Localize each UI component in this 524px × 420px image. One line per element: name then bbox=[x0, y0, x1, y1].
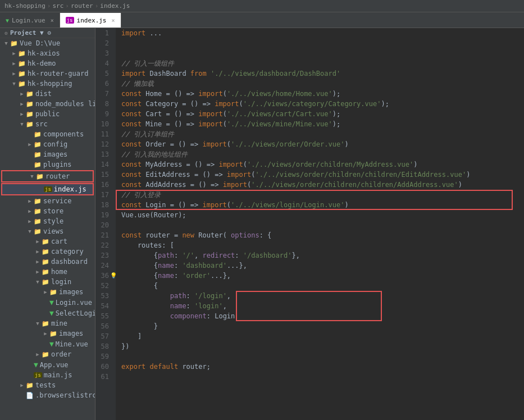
sidebar-item-label: App.vue bbox=[40, 361, 69, 369]
sidebar-item-hk-router-guard[interactable]: ▶ 📁 hk-router-guard bbox=[0, 69, 95, 79]
sidebar-item-category[interactable]: ▶ 📁 category bbox=[0, 246, 95, 257]
sidebar-item-components[interactable]: 📁 components bbox=[0, 129, 95, 139]
code-token: ) bbox=[344, 200, 348, 210]
sidebar-item-login-vue[interactable]: ▼ Login.vue bbox=[0, 297, 95, 308]
sidebar-item-order[interactable]: ▶ 📁 order bbox=[0, 349, 95, 359]
code-token: : bbox=[235, 250, 243, 261]
sidebar-item-public[interactable]: ▶ 📁 public bbox=[0, 109, 95, 119]
code-token: ); bbox=[332, 109, 340, 119]
arrow-icon: ▶ bbox=[10, 71, 18, 76]
tab-close-icon[interactable]: × bbox=[112, 17, 115, 24]
sidebar-item-dist[interactable]: ▶ 📁 dist bbox=[0, 89, 95, 99]
sidebar-item-index-js[interactable]: js index.js bbox=[1, 183, 94, 195]
breadcrumb-sep: › bbox=[65, 2, 69, 10]
line-number: 17 bbox=[95, 190, 112, 200]
tab-index-js[interactable]: js index.js × bbox=[60, 13, 121, 28]
code-token: // 引入一级组件 bbox=[121, 58, 174, 69]
sidebar-item-style[interactable]: ▶ 📁 style bbox=[0, 216, 95, 226]
gutter-icon: 💡 bbox=[110, 271, 117, 281]
sidebar-item-hk-axios[interactable]: ▶ 📁 hk-axios bbox=[0, 48, 95, 58]
sidebar-item-dashboard[interactable]: ▶ 📁 dashboard bbox=[0, 257, 95, 267]
sidebar-item-service[interactable]: ▶ 📁 service bbox=[0, 196, 95, 206]
code-token: { bbox=[121, 261, 158, 271]
js-file-icon: js bbox=[44, 186, 52, 192]
code-line: import ... bbox=[121, 28, 524, 38]
code-line: const Category = () => import('./../view… bbox=[121, 99, 524, 109]
sidebar-item-selectlogin[interactable]: ▼ SelectLogin bbox=[0, 308, 95, 318]
sidebar-item-label: Login.vue bbox=[56, 299, 92, 307]
sidebar-item-mine-images[interactable]: ▶ 📁 images bbox=[0, 328, 95, 339]
code-token: 'login' bbox=[194, 301, 223, 311]
sidebar-item-tests[interactable]: ▶ 📁 tests bbox=[0, 380, 95, 390]
arrow-icon: ▶ bbox=[34, 259, 42, 264]
sidebar-item-hk-shopping[interactable]: ▼ 📁 hk-shopping bbox=[0, 79, 95, 89]
sidebar-item-hk-demo[interactable]: ▶ 📁 hk-demo bbox=[0, 58, 95, 69]
line-number: 55 bbox=[95, 311, 112, 321]
tab-label: index.js bbox=[77, 17, 107, 24]
line-number: 6 bbox=[95, 79, 112, 89]
folder-icon: 📁 bbox=[26, 111, 34, 118]
sidebar-item-label: src bbox=[35, 120, 48, 128]
sidebar-item-vue-root[interactable]: ▼ 📁 Vue D:\Vue bbox=[0, 38, 95, 48]
folder-icon: 📁 bbox=[26, 382, 34, 389]
code-token bbox=[121, 311, 170, 321]
sidebar-item-login[interactable]: ▼ 📁 login bbox=[0, 277, 95, 287]
sidebar-item-store[interactable]: ▶ 📁 store bbox=[0, 206, 95, 216]
code-token: './../views/order/Order.vue' bbox=[231, 139, 344, 149]
code-token: DashBoard bbox=[145, 69, 190, 79]
code-line: export default router; bbox=[121, 362, 524, 372]
line-number: 4 bbox=[95, 58, 112, 69]
sidebar-item-mine-vue[interactable]: ▼ Mine.vue bbox=[0, 339, 95, 349]
tab-login-vue[interactable]: ▼ Login.vue × bbox=[0, 13, 60, 28]
code-token: options bbox=[231, 230, 259, 240]
code-token: const bbox=[121, 139, 142, 149]
sidebar-item-router[interactable]: ▼ 📁 router bbox=[1, 170, 94, 182]
sidebar-item-node-modules[interactable]: ▶ 📁 node_modules libra bbox=[0, 99, 95, 109]
code-token: // 引入登录 bbox=[121, 190, 161, 200]
code-token: Mine = () => bbox=[142, 119, 198, 129]
arrow-icon: ▶ bbox=[26, 141, 34, 147]
code-token bbox=[207, 69, 211, 79]
folder-icon: 📁 bbox=[34, 151, 42, 158]
sidebar-item-label: style bbox=[43, 217, 63, 225]
line-number: 20 bbox=[95, 220, 112, 230]
sidebar-item-cart[interactable]: ▶ 📁 cart bbox=[0, 236, 95, 246]
code-token: import bbox=[215, 99, 239, 109]
sidebar-item-config[interactable]: ▶ 📁 config bbox=[0, 139, 95, 149]
sidebar-item-main-js[interactable]: js main.js bbox=[0, 370, 95, 380]
line-number: 24 bbox=[95, 261, 112, 271]
arrow-icon: ▼ bbox=[34, 279, 42, 285]
line-number: 16 bbox=[95, 180, 112, 190]
code-token: // 引入我的地址组件 bbox=[121, 149, 188, 159]
folder-icon: 📁 bbox=[42, 238, 49, 245]
line-number: 9 bbox=[95, 109, 112, 119]
sidebar-item-plugins[interactable]: 📁 plugins bbox=[0, 159, 95, 170]
code-token: './../views/login/Login.vue' bbox=[231, 200, 344, 210]
sidebar-item-browserslistrc[interactable]: 📄 .browserslistrc bbox=[0, 390, 95, 400]
sidebar-project-header: ⚙ Project ▼ ⚙ bbox=[0, 28, 95, 38]
sidebar-item-label: node_modules libra bbox=[35, 100, 95, 108]
breadcrumb-sep: › bbox=[95, 2, 99, 10]
sidebar-item-label: images bbox=[43, 150, 67, 158]
code-token: from bbox=[190, 69, 207, 79]
sidebar-item-images[interactable]: 📁 images bbox=[0, 149, 95, 159]
code-token: const bbox=[121, 200, 142, 210]
folder-icon: 📁 bbox=[42, 268, 49, 276]
sidebar-item-app-vue[interactable]: ▼ App.vue bbox=[0, 359, 95, 370]
folder-icon: 📁 bbox=[26, 90, 34, 98]
code-token: import bbox=[121, 28, 145, 38]
sidebar-item-src[interactable]: ▼ 📁 src bbox=[0, 119, 95, 129]
code-token: './../views/category/Category.vue' bbox=[243, 99, 381, 109]
arrow-icon: ▶ bbox=[42, 289, 49, 295]
sidebar-item-views[interactable]: ▼ 📁 views bbox=[0, 226, 95, 236]
code-token: import bbox=[223, 180, 247, 190]
arrow-icon: ▶ bbox=[18, 91, 26, 97]
code-line bbox=[121, 220, 524, 230]
sidebar-item-label: hk-router-guard bbox=[28, 70, 88, 77]
tab-label: Login.vue bbox=[12, 17, 45, 24]
folder-icon: 📁 bbox=[18, 60, 26, 67]
sidebar-item-login-images[interactable]: ▶ 📁 images bbox=[0, 287, 95, 297]
sidebar-item-home[interactable]: ▶ 📁 home bbox=[0, 267, 95, 277]
sidebar-item-mine[interactable]: ▼ 📁 mine bbox=[0, 318, 95, 328]
tab-close-icon[interactable]: × bbox=[51, 17, 54, 24]
